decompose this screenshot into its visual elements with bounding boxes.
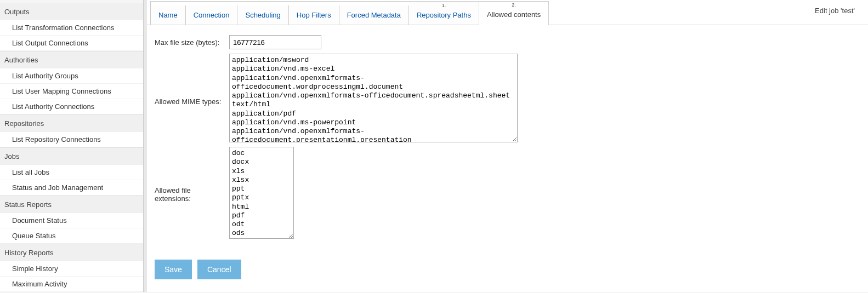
- sidebar-item-list-all-jobs[interactable]: List all Jobs: [0, 165, 143, 180]
- sidebar: Outputs List Transformation Connections …: [0, 0, 144, 292]
- sidebar-section-outputs: Outputs: [0, 3, 143, 20]
- sidebar-section-authorities: Authorities: [0, 51, 143, 68]
- tab-num-1: 1.: [409, 3, 479, 8]
- sidebar-item-list-repository-connections[interactable]: List Repository Connections: [0, 132, 143, 147]
- sidebar-item-list-user-mapping-connections[interactable]: List User Mapping Connections: [0, 84, 143, 99]
- tab-connection[interactable]: Connection: [186, 5, 238, 25]
- sidebar-section-history-reports: History Reports: [0, 244, 143, 261]
- sidebar-item-list-transformation-connections[interactable]: List Transformation Connections: [0, 20, 143, 36]
- sidebar-item-document-status[interactable]: Document Status: [0, 213, 143, 228]
- sidebar-item-queue-status[interactable]: Queue Status: [0, 228, 143, 244]
- sidebar-section-status-reports: Status Reports: [0, 196, 143, 213]
- cancel-button[interactable]: Cancel: [197, 260, 241, 279]
- tab-name[interactable]: Name: [151, 5, 186, 25]
- sidebar-item-list-authority-groups[interactable]: List Authority Groups: [0, 68, 143, 84]
- button-row: Save Cancel: [147, 251, 868, 285]
- tab-allowed-contents[interactable]: 2. Allowed contents: [479, 2, 548, 25]
- tab-num-2: 2.: [479, 2, 548, 8]
- tab-allowed-contents-label: Allowed contents: [487, 10, 541, 19]
- sidebar-item-simple-history[interactable]: Simple History: [0, 261, 143, 277]
- max-file-size-label: Max file size (bytes):: [155, 38, 229, 47]
- max-file-size-input[interactable]: [229, 35, 321, 49]
- file-extensions-label: Allowed file extensions:: [155, 147, 229, 203]
- sidebar-section-jobs: Jobs: [0, 147, 143, 165]
- tab-repository-paths-label: Repository Paths: [417, 11, 471, 19]
- form-area: Max file size (bytes): Allowed MIME type…: [147, 25, 868, 251]
- mime-types-textarea[interactable]: [229, 54, 518, 142]
- tab-scheduling[interactable]: Scheduling: [237, 5, 288, 25]
- tab-forced-metadata[interactable]: Forced Metadata: [339, 5, 409, 25]
- sidebar-item-status-and-job-management[interactable]: Status and Job Management: [0, 180, 143, 196]
- sidebar-section-repositories: Repositories: [0, 114, 143, 132]
- tab-repository-paths[interactable]: 1. Repository Paths: [409, 2, 479, 25]
- sidebar-item-list-authority-connections[interactable]: List Authority Connections: [0, 99, 143, 114]
- tab-bar: Name Connection Scheduling Hop Filters F…: [150, 1, 549, 25]
- topbar: Name Connection Scheduling Hop Filters F…: [147, 0, 868, 25]
- sidebar-item-list-output-connections[interactable]: List Output Connections: [0, 36, 143, 51]
- file-extensions-textarea[interactable]: [229, 147, 294, 239]
- sidebar-item-maximum-activity[interactable]: Maximum Activity: [0, 277, 143, 292]
- tab-hop-filters[interactable]: Hop Filters: [289, 5, 339, 25]
- save-button[interactable]: Save: [155, 260, 192, 279]
- main-content: Name Connection Scheduling Hop Filters F…: [144, 0, 868, 292]
- mime-types-label: Allowed MIME types:: [155, 54, 229, 106]
- page-title: Edit job 'test': [802, 0, 868, 25]
